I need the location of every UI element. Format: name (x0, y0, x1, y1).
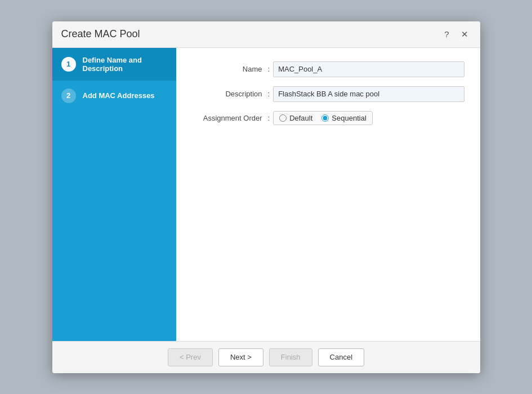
description-label: Description (192, 90, 268, 98)
dialog-body: 1 Define Name and Description 2 Add MAC … (52, 48, 480, 341)
dialog-title: Create MAC Pool (61, 28, 140, 40)
sidebar: 1 Define Name and Description 2 Add MAC … (52, 48, 176, 341)
radio-group: Default Sequential (273, 111, 373, 125)
step-number-2: 2 (61, 88, 76, 103)
sidebar-item-define-name[interactable]: 1 Define Name and Description (52, 48, 176, 81)
radio-default-option[interactable]: Default (279, 114, 312, 122)
name-label: Name (192, 65, 268, 73)
name-input[interactable] (273, 61, 464, 77)
sidebar-item-add-mac[interactable]: 2 Add MAC Addresses (52, 81, 176, 111)
description-input[interactable] (273, 86, 464, 102)
dialog-header: Create MAC Pool ? ✕ (52, 21, 480, 48)
next-button[interactable]: Next > (218, 348, 263, 366)
name-row: Name : (192, 61, 464, 77)
help-button[interactable]: ? (441, 28, 453, 41)
description-row: Description : (192, 86, 464, 102)
assignment-order-label: Assignment Order (192, 114, 268, 122)
content-area: Name : Description : Assignment Order : … (176, 48, 480, 341)
cancel-button[interactable]: Cancel (318, 348, 364, 366)
step-number-1: 1 (61, 57, 76, 72)
radio-sequential-label: Sequential (332, 114, 366, 122)
step-label-2: Add MAC Addresses (83, 91, 155, 100)
radio-sequential-input[interactable] (321, 114, 329, 122)
step-label-1: Define Name and Description (83, 56, 167, 73)
finish-button[interactable]: Finish (269, 348, 312, 366)
radio-sequential-option[interactable]: Sequential (321, 114, 366, 122)
name-colon: : (268, 65, 270, 73)
prev-button[interactable]: < Prev (168, 348, 213, 366)
assignment-order-row: Assignment Order : Default Sequential (192, 111, 464, 125)
description-colon: : (268, 90, 270, 98)
close-button[interactable]: ✕ (459, 28, 471, 41)
radio-default-input[interactable] (279, 114, 287, 122)
dialog-footer: < Prev Next > Finish Cancel (52, 341, 480, 373)
create-mac-pool-dialog: Create MAC Pool ? ✕ 1 Define Name and De… (52, 21, 480, 373)
assignment-order-colon: : (268, 114, 270, 122)
header-icons: ? ✕ (441, 28, 471, 41)
radio-default-label: Default (289, 114, 312, 122)
